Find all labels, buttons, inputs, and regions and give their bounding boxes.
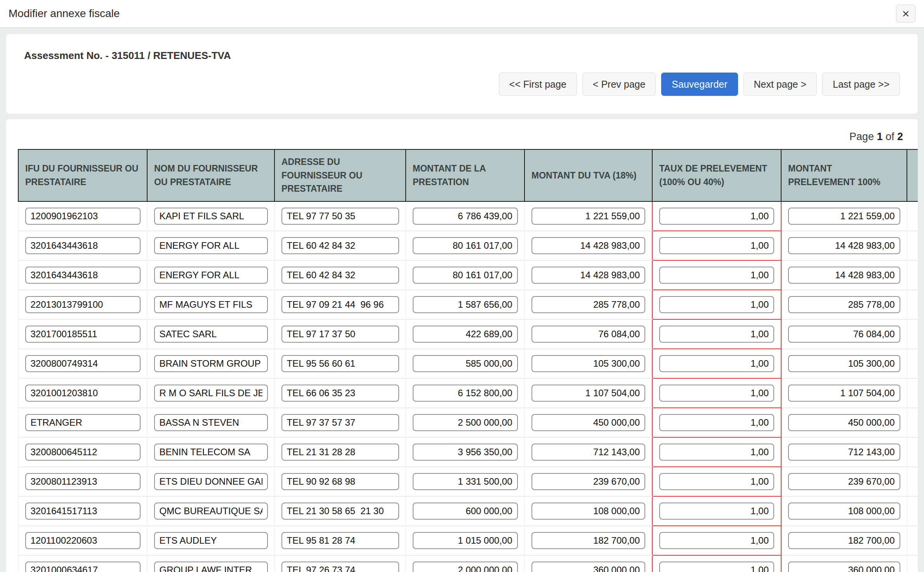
taux-input[interactable] <box>659 562 774 572</box>
adresse-input[interactable] <box>281 444 399 461</box>
ifu-input[interactable] <box>25 208 141 225</box>
prelevement-input[interactable] <box>788 326 900 343</box>
next-page-button[interactable]: Next page > <box>743 73 817 96</box>
nom-input[interactable] <box>154 562 268 572</box>
nom-input[interactable] <box>154 532 268 549</box>
tva-input[interactable] <box>531 296 646 313</box>
nom-input[interactable] <box>154 237 268 254</box>
prestation-input[interactable] <box>413 208 518 225</box>
prestation-input[interactable] <box>413 532 518 549</box>
nom-input[interactable] <box>154 208 268 225</box>
nom-input[interactable] <box>154 267 268 284</box>
tva-input[interactable] <box>531 503 646 520</box>
prestation-input[interactable] <box>413 355 518 372</box>
ifu-input[interactable] <box>25 355 141 372</box>
taux-input[interactable] <box>659 326 774 343</box>
ifu-input[interactable] <box>25 473 141 490</box>
nom-input[interactable] <box>154 355 268 372</box>
tva-input[interactable] <box>531 326 646 343</box>
nom-input[interactable] <box>154 444 268 461</box>
taux-input[interactable] <box>659 532 774 549</box>
prestation-input[interactable] <box>413 444 518 461</box>
prev-page-button[interactable]: < Prev page <box>582 73 656 96</box>
ifu-input[interactable] <box>25 237 141 254</box>
tva-input[interactable] <box>531 208 646 225</box>
taux-input[interactable] <box>659 208 774 225</box>
adresse-input[interactable] <box>281 296 399 313</box>
table-panel: Page 1 of 2 IFU DU FOURNISSEUR OU PRESTA… <box>6 119 918 572</box>
adresse-input[interactable] <box>281 208 399 225</box>
prelevement-input[interactable] <box>788 473 900 490</box>
tva-input[interactable] <box>531 473 646 490</box>
nom-input[interactable] <box>154 296 268 313</box>
nom-input[interactable] <box>154 326 268 343</box>
close-button[interactable]: × <box>896 5 915 23</box>
taux-input[interactable] <box>659 414 774 431</box>
last-page-button[interactable]: Last page >> <box>822 73 900 96</box>
tva-input[interactable] <box>531 414 646 431</box>
prestation-input[interactable] <box>413 237 518 254</box>
prelevement-input[interactable] <box>788 503 900 520</box>
prelevement-input[interactable] <box>788 562 900 572</box>
ifu-input[interactable] <box>25 296 141 313</box>
ifu-input[interactable] <box>25 414 141 431</box>
ifu-input[interactable] <box>25 267 141 284</box>
prestation-input[interactable] <box>413 562 518 572</box>
adresse-input[interactable] <box>281 326 399 343</box>
ifu-input[interactable] <box>25 326 141 343</box>
adresse-input[interactable] <box>281 532 399 549</box>
adresse-input[interactable] <box>281 414 399 431</box>
clipped-cell <box>907 319 918 349</box>
adresse-input[interactable] <box>281 503 399 520</box>
taux-input[interactable] <box>659 237 774 254</box>
taux-input[interactable] <box>659 355 774 372</box>
prestation-input[interactable] <box>413 414 518 431</box>
nom-input[interactable] <box>154 503 268 520</box>
prestation-input[interactable] <box>413 296 518 313</box>
ifu-input[interactable] <box>25 562 141 572</box>
first-page-button[interactable]: << First page <box>499 73 577 96</box>
adresse-input[interactable] <box>281 562 399 572</box>
column-header: IFU DU FOURNISSEUR OU PRESTATAIRE <box>18 149 147 201</box>
tva-input[interactable] <box>531 532 646 549</box>
tva-input[interactable] <box>531 385 646 402</box>
taux-input[interactable] <box>659 503 774 520</box>
ifu-input[interactable] <box>25 444 141 461</box>
prelevement-input[interactable] <box>788 355 900 372</box>
prelevement-input[interactable] <box>788 385 900 402</box>
adresse-input[interactable] <box>281 473 399 490</box>
adresse-input[interactable] <box>281 237 399 254</box>
taux-input[interactable] <box>659 296 774 313</box>
taux-input[interactable] <box>659 444 774 461</box>
prelevement-input[interactable] <box>788 208 900 225</box>
tva-input[interactable] <box>531 444 646 461</box>
adresse-input[interactable] <box>281 385 399 402</box>
taux-input[interactable] <box>659 267 774 284</box>
save-button[interactable]: Sauvegarder <box>661 73 738 96</box>
adresse-input[interactable] <box>281 355 399 372</box>
prestation-input[interactable] <box>413 267 518 284</box>
tva-input[interactable] <box>531 355 646 372</box>
prestation-input[interactable] <box>413 385 518 402</box>
tva-input[interactable] <box>531 267 646 284</box>
prelevement-input[interactable] <box>788 414 900 431</box>
prestation-input[interactable] <box>413 473 518 490</box>
ifu-input[interactable] <box>25 385 141 402</box>
nom-input[interactable] <box>154 473 268 490</box>
prestation-input[interactable] <box>413 326 518 343</box>
taux-input[interactable] <box>659 473 774 490</box>
nom-input[interactable] <box>154 414 268 431</box>
prelevement-input[interactable] <box>788 444 900 461</box>
tva-input[interactable] <box>531 562 646 572</box>
prelevement-input[interactable] <box>788 267 900 284</box>
nom-input[interactable] <box>154 385 268 402</box>
prestation-input[interactable] <box>413 503 518 520</box>
prelevement-input[interactable] <box>788 532 900 549</box>
ifu-input[interactable] <box>25 503 141 520</box>
tva-input[interactable] <box>531 237 646 254</box>
prelevement-input[interactable] <box>788 296 900 313</box>
prelevement-input[interactable] <box>788 237 900 254</box>
ifu-input[interactable] <box>25 532 141 549</box>
adresse-input[interactable] <box>281 267 399 284</box>
taux-input[interactable] <box>659 385 774 402</box>
